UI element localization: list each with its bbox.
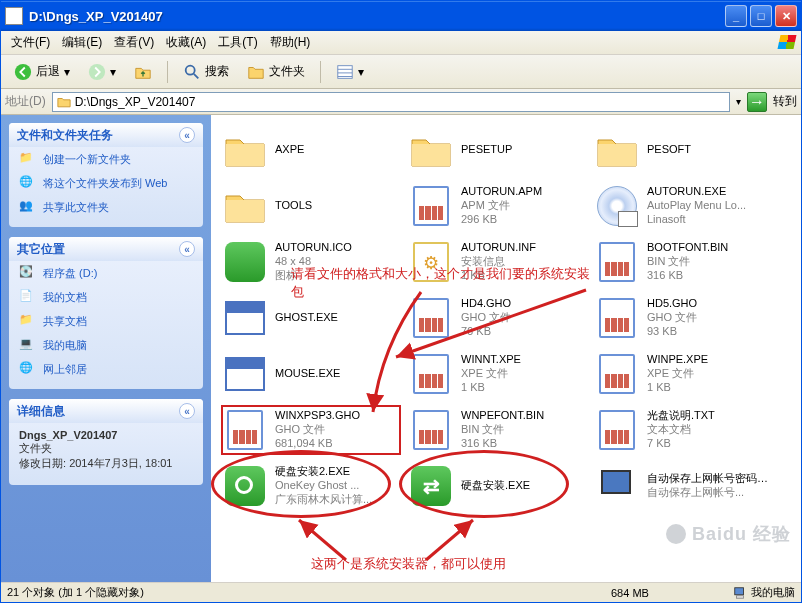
task-icon: 👥 xyxy=(19,199,35,215)
file-tile[interactable]: 硬盘安装.EXE xyxy=(407,461,587,511)
other-place-item[interactable]: 🌐网上邻居 xyxy=(9,357,203,381)
file-tile[interactable]: AUTORUN.ICO48 x 48图标 xyxy=(221,237,401,287)
arrow-icon xyxy=(291,515,351,565)
place-label: 共享文档 xyxy=(43,314,87,329)
panel-detail-title: 详细信息 xyxy=(17,403,65,420)
dropdown-icon[interactable]: ▾ xyxy=(736,96,741,107)
file-tile[interactable]: PESOFT xyxy=(593,125,773,175)
file-subtext: 1 KB xyxy=(461,381,521,395)
menu-edit[interactable]: 编辑(E) xyxy=(56,32,108,53)
forward-button[interactable]: ▾ xyxy=(81,59,123,85)
file-tile[interactable]: AUTORUN.INF安装信息1 KB xyxy=(407,237,587,287)
detail-mod-value: 2014年7月3日, 18:01 xyxy=(69,457,172,469)
panel-tasks-header[interactable]: 文件和文件夹任务 « xyxy=(9,123,203,147)
file-name: AUTORUN.EXE xyxy=(647,185,746,199)
file-name: 光盘说明.TXT xyxy=(647,409,715,423)
file-subtext: 76 KB xyxy=(461,325,511,339)
task-item[interactable]: 👥共享此文件夹 xyxy=(9,195,203,219)
forward-arrow-icon xyxy=(88,63,106,81)
folder-icon xyxy=(595,128,639,172)
svg-rect-5 xyxy=(737,595,744,598)
file-subtext: 1 KB xyxy=(647,381,708,395)
file-name: WINPE.XPE xyxy=(647,353,708,367)
green-arrows-icon xyxy=(409,464,453,508)
file-subtext: GHO 文件 xyxy=(461,311,511,325)
file-tile[interactable]: AUTORUN.APMAPM 文件296 KB xyxy=(407,181,587,231)
search-button[interactable]: 搜索 xyxy=(176,59,236,85)
menu-favorites[interactable]: 收藏(A) xyxy=(160,32,212,53)
panel-tasks: 文件和文件夹任务 « 📁创建一个新文件夹🌐将这个文件夹发布到 Web👥共享此文件… xyxy=(9,123,203,227)
panel-detail-header[interactable]: 详细信息 « xyxy=(9,399,203,423)
svg-rect-4 xyxy=(735,587,744,594)
file-subtext: BIN 文件 xyxy=(461,423,544,437)
file-tile[interactable]: HD5.GHOGHO 文件93 KB xyxy=(593,293,773,343)
task-icon: 🌐 xyxy=(19,175,35,191)
search-icon xyxy=(183,63,201,81)
task-item[interactable]: 🌐将这个文件夹发布到 Web xyxy=(9,171,203,195)
file-subtext: AutoPlay Menu Lo... xyxy=(647,199,746,213)
maximize-button[interactable]: □ xyxy=(750,5,772,27)
detail-type: 文件夹 xyxy=(19,442,52,454)
file-tile[interactable]: MOUSE.EXE xyxy=(221,349,401,399)
address-label: 地址(D) xyxy=(5,93,46,110)
place-label: 我的电脑 xyxy=(43,338,87,353)
file-subtext: Linasoft xyxy=(647,213,746,227)
menu-view[interactable]: 查看(V) xyxy=(108,32,160,53)
windows-flag-icon xyxy=(777,33,797,51)
main-area: 文件和文件夹任务 « 📁创建一个新文件夹🌐将这个文件夹发布到 Web👥共享此文件… xyxy=(1,115,801,582)
folder-icon xyxy=(57,95,71,109)
file-name: AXPE xyxy=(275,143,304,157)
watermark: Baidu 经验 xyxy=(666,522,791,546)
file-name: 硬盘安装2.EXE xyxy=(275,465,372,479)
file-name: MOUSE.EXE xyxy=(275,367,340,381)
go-button[interactable]: → xyxy=(747,92,767,112)
file-tile[interactable]: WNPEFONT.BINBIN 文件316 KB xyxy=(407,405,587,455)
panel-other-header[interactable]: 其它位置 « xyxy=(9,237,203,261)
file-tile[interactable]: WINXPSP3.GHOGHO 文件681,094 KB xyxy=(221,405,401,455)
file-subtext: 7 KB xyxy=(647,437,715,451)
up-button[interactable] xyxy=(127,59,159,85)
file-tile[interactable]: AUTORUN.EXEAutoPlay Menu Lo...Linasoft xyxy=(593,181,773,231)
menu-tools[interactable]: 工具(T) xyxy=(212,32,263,53)
folder-icon xyxy=(223,184,267,228)
place-label: 程序盘 (D:) xyxy=(43,266,97,281)
task-item[interactable]: 📁创建一个新文件夹 xyxy=(9,147,203,171)
file-tile[interactable]: WINNT.XPEXPE 文件1 KB xyxy=(407,349,587,399)
other-place-item[interactable]: 📄我的文档 xyxy=(9,285,203,309)
file-tile[interactable]: WINPE.XPEXPE 文件1 KB xyxy=(593,349,773,399)
other-place-item[interactable]: 💽程序盘 (D:) xyxy=(9,261,203,285)
file-name: WNPEFONT.BIN xyxy=(461,409,544,423)
file-subtext: 1 KB xyxy=(461,269,536,283)
toolbar: 后退 ▾ ▾ 搜索 文件夹 ▾ xyxy=(1,55,801,89)
address-input[interactable]: D:\Dngs_XP_V201407 xyxy=(52,92,730,112)
menubar: 文件(F) 编辑(E) 查看(V) 收藏(A) 工具(T) 帮助(H) xyxy=(1,31,801,55)
other-place-item[interactable]: 💻我的电脑 xyxy=(9,333,203,357)
dropdown-icon: ▾ xyxy=(110,65,116,79)
close-button[interactable]: ✕ xyxy=(775,5,797,27)
file-tile[interactable]: GHOST.EXE xyxy=(221,293,401,343)
file-tile[interactable]: 硬盘安装2.EXEOneKey Ghost ...广东雨林木风计算... xyxy=(221,461,401,511)
svg-point-0 xyxy=(15,63,31,79)
back-arrow-icon xyxy=(14,63,32,81)
other-place-item[interactable]: 📁共享文档 xyxy=(9,309,203,333)
file-name: TOOLS xyxy=(275,199,312,213)
file-tile[interactable]: 自动保存上网帐号密码到U盘.EXE自动保存上网帐号... xyxy=(593,461,773,511)
views-button[interactable]: ▾ xyxy=(329,59,371,85)
file-tile[interactable]: 光盘说明.TXT文本文档7 KB xyxy=(593,405,773,455)
file-tile[interactable]: BOOTFONT.BINBIN 文件316 KB xyxy=(593,237,773,287)
green-ok-icon xyxy=(223,464,267,508)
file-tile[interactable]: HD4.GHOGHO 文件76 KB xyxy=(407,293,587,343)
file-subtext: XPE 文件 xyxy=(647,367,708,381)
folders-button[interactable]: 文件夹 xyxy=(240,59,312,85)
menu-help[interactable]: 帮助(H) xyxy=(264,32,317,53)
menu-file[interactable]: 文件(F) xyxy=(5,32,56,53)
place-icon: 🌐 xyxy=(19,361,35,377)
file-tile[interactable]: AXPE xyxy=(221,125,401,175)
back-button[interactable]: 后退 ▾ xyxy=(7,59,77,85)
file-icon xyxy=(595,408,639,452)
file-tile[interactable]: TOOLS xyxy=(221,181,401,231)
minimize-button[interactable]: _ xyxy=(725,5,747,27)
file-tile[interactable]: PESETUP xyxy=(407,125,587,175)
content-pane[interactable]: AXPEPESETUPPESOFTTOOLSAUTORUN.APMAPM 文件2… xyxy=(211,115,801,582)
file-subtext: 681,094 KB xyxy=(275,437,360,451)
